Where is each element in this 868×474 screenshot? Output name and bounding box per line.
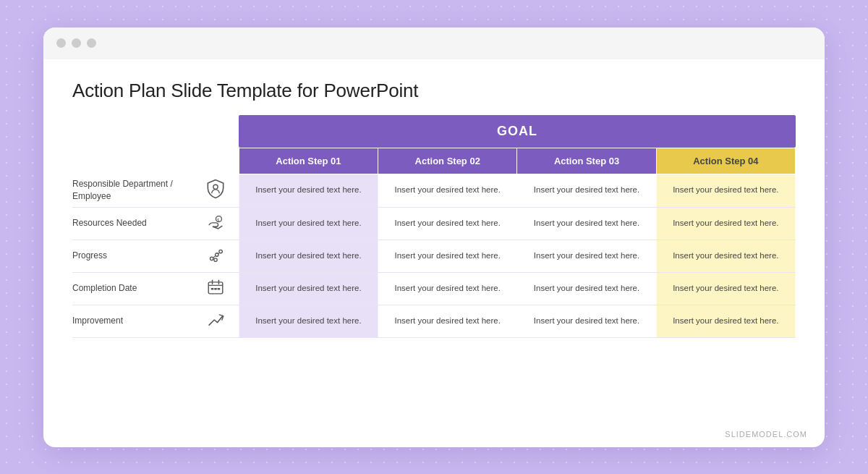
calendar-icon bbox=[204, 276, 227, 299]
step-header-row: Action Step 01 Action Step 02 Action Ste… bbox=[72, 148, 796, 174]
data-cell-1-2: Insert your desired text here. bbox=[378, 174, 517, 207]
step-header-2: Action Step 02 bbox=[378, 148, 517, 174]
svg-rect-13 bbox=[211, 287, 214, 289]
row-icon-1 bbox=[192, 174, 239, 207]
row-icon-2: $ bbox=[192, 207, 239, 240]
step-header-1: Action Step 01 bbox=[239, 148, 378, 174]
data-cell-4-1: Insert your desired text here. bbox=[239, 272, 378, 305]
table-row: Resources Needed $ Insert your desired t… bbox=[72, 207, 796, 240]
data-cell-5-4: Insert your desired text here. bbox=[656, 305, 795, 337]
svg-line-8 bbox=[218, 253, 220, 254]
row-label-1: Responsible Department / Employee bbox=[72, 174, 192, 207]
step-header-3: Action Step 03 bbox=[517, 148, 656, 174]
row-icon-5 bbox=[192, 305, 239, 337]
hand-coin-icon: $ bbox=[204, 211, 227, 234]
row-icon-4 bbox=[192, 272, 239, 305]
table-row: Improvement Insert your desired text her… bbox=[72, 305, 796, 337]
svg-rect-15 bbox=[218, 287, 221, 289]
data-cell-1-1: Insert your desired text here. bbox=[239, 174, 378, 207]
data-cell-1-3: Insert your desired text here. bbox=[517, 174, 656, 207]
goal-cell: GOAL bbox=[239, 115, 795, 148]
data-cell-4-3: Insert your desired text here. bbox=[517, 272, 656, 305]
watermark: SLIDEMODEL.COM bbox=[725, 430, 807, 439]
table-row: Responsible Department / Employee Insert… bbox=[72, 174, 796, 207]
svg-rect-14 bbox=[214, 287, 217, 289]
table-row: Completion Date bbox=[72, 272, 796, 305]
data-cell-3-4: Insert your desired text here. bbox=[656, 240, 795, 272]
data-cell-2-1: Insert your desired text here. bbox=[239, 207, 378, 240]
svg-point-6 bbox=[214, 258, 217, 261]
svg-rect-9 bbox=[208, 282, 223, 293]
table-wrapper: GOAL Action Step 01 Action Step 02 Actio… bbox=[72, 115, 796, 433]
row-label-5: Improvement bbox=[72, 305, 192, 337]
shield-person-icon bbox=[204, 177, 227, 200]
data-cell-5-2: Insert your desired text here. bbox=[378, 305, 517, 337]
data-cell-2-3: Insert your desired text here. bbox=[517, 207, 656, 240]
row-icon-3 bbox=[192, 240, 239, 272]
browser-content: Action Plan Slide Template for PowerPoin… bbox=[43, 59, 825, 447]
svg-text:$: $ bbox=[217, 217, 219, 221]
data-cell-4-4: Insert your desired text here. bbox=[656, 272, 795, 305]
row-label-3: Progress bbox=[72, 240, 192, 272]
data-cell-1-4: Insert your desired text here. bbox=[656, 174, 795, 207]
svg-point-3 bbox=[210, 257, 213, 260]
svg-point-5 bbox=[219, 250, 222, 253]
step-header-4: Action Step 04 bbox=[656, 148, 795, 174]
browser-window: Action Plan Slide Template for PowerPoin… bbox=[43, 27, 825, 447]
svg-line-7 bbox=[213, 255, 216, 258]
slide-title: Action Plan Slide Template for PowerPoin… bbox=[72, 80, 796, 102]
goal-empty bbox=[72, 115, 239, 148]
table-row: Progress Insert your desired t bbox=[72, 240, 796, 272]
data-cell-5-1: Insert your desired text here. bbox=[239, 305, 378, 337]
browser-dot-3 bbox=[87, 38, 96, 48]
action-plan-table: GOAL Action Step 01 Action Step 02 Actio… bbox=[72, 115, 796, 338]
browser-dot-2 bbox=[72, 38, 81, 48]
chart-arrow-icon bbox=[204, 308, 227, 331]
row-label-2: Resources Needed bbox=[72, 207, 192, 240]
svg-point-4 bbox=[216, 253, 218, 255]
data-cell-2-2: Insert your desired text here. bbox=[378, 207, 517, 240]
data-cell-3-2: Insert your desired text here. bbox=[378, 240, 517, 272]
browser-dot-1 bbox=[56, 38, 66, 48]
data-cell-3-1: Insert your desired text here. bbox=[239, 240, 378, 272]
goal-row: GOAL bbox=[72, 115, 796, 148]
data-cell-3-3: Insert your desired text here. bbox=[517, 240, 656, 272]
svg-point-0 bbox=[213, 185, 218, 189]
data-cell-2-4: Insert your desired text here. bbox=[656, 207, 795, 240]
data-cell-5-3: Insert your desired text here. bbox=[517, 305, 656, 337]
header-empty bbox=[72, 148, 239, 174]
chart-dots-icon bbox=[204, 243, 227, 266]
data-cell-4-2: Insert your desired text here. bbox=[378, 272, 517, 305]
browser-bar bbox=[43, 27, 825, 59]
row-label-4: Completion Date bbox=[72, 272, 192, 305]
